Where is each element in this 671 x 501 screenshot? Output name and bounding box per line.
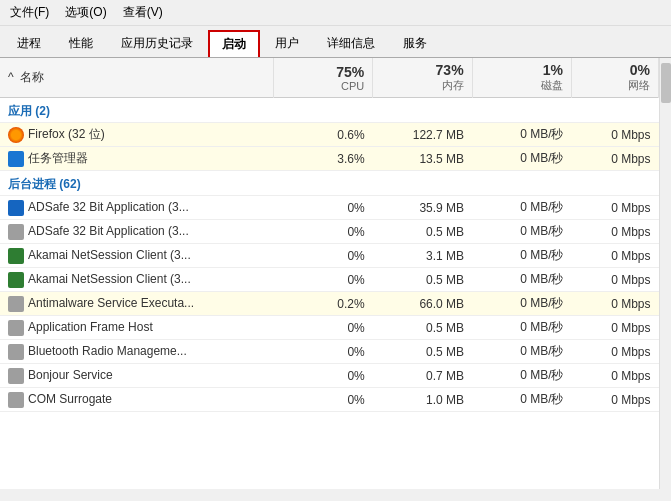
process-net: 0 Mbps [572,268,659,292]
process-name-cell: Firefox (32 位) [0,123,273,147]
tab-process[interactable]: 进程 [4,30,54,57]
table-row[interactable]: Antimalware Service Executa...0.2%66.0 M… [0,292,659,316]
green-icon [8,272,24,288]
col-header-cpu[interactable]: 75% CPU [273,58,372,98]
process-disk: 0 MB/秒 [472,340,571,364]
cpu-label: CPU [282,80,364,92]
process-name-cell: ADSafe 32 Bit Application (3... [0,196,273,220]
disk-pct: 1% [481,62,563,78]
process-cpu: 0% [273,316,372,340]
process-name: ADSafe 32 Bit Application (3... [28,200,189,214]
process-mem: 0.5 MB [373,268,472,292]
col-header-name[interactable]: ^ 名称 [0,58,273,98]
process-cpu: 3.6% [273,147,372,171]
menu-file[interactable]: 文件(F) [4,2,55,23]
process-name-cell: Akamai NetSession Client (3... [0,268,273,292]
process-disk: 0 MB/秒 [472,292,571,316]
col-header-mem[interactable]: 73% 内存 [373,58,472,98]
table-row[interactable]: Application Frame Host0%0.5 MB0 MB/秒0 Mb… [0,316,659,340]
table-row[interactable]: Akamai NetSession Client (3...0%3.1 MB0 … [0,244,659,268]
table-row[interactable]: Akamai NetSession Client (3...0%0.5 MB0 … [0,268,659,292]
process-name: Antimalware Service Executa... [28,296,194,310]
firefox-icon [8,127,24,143]
table-row[interactable]: Firefox (32 位)0.6%122.7 MB0 MB/秒0 Mbps [0,123,659,147]
process-net: 0 Mbps [572,292,659,316]
process-mem: 35.9 MB [373,196,472,220]
col-header-disk[interactable]: 1% 磁盘 [472,58,571,98]
table-body: 应用 (2)Firefox (32 位)0.6%122.7 MB0 MB/秒0 … [0,98,659,412]
process-name: Akamai NetSession Client (3... [28,272,191,286]
net-label: 网络 [580,78,650,93]
process-mem: 66.0 MB [373,292,472,316]
menu-view[interactable]: 查看(V) [117,2,169,23]
col-header-net[interactable]: 0% 网络 [572,58,659,98]
section-header: 后台进程 (62) [0,171,659,196]
process-disk: 0 MB/秒 [472,268,571,292]
process-name: 任务管理器 [28,151,88,165]
tab-performance[interactable]: 性能 [56,30,106,57]
process-name: COM Surrogate [28,392,112,406]
process-name-cell: Antimalware Service Executa... [0,292,273,316]
table-row[interactable]: 任务管理器3.6%13.5 MB0 MB/秒0 Mbps [0,147,659,171]
table-row[interactable]: COM Surrogate0%1.0 MB0 MB/秒0 Mbps [0,388,659,412]
process-disk: 0 MB/秒 [472,123,571,147]
process-net: 0 Mbps [572,388,659,412]
generic-icon [8,320,24,336]
process-name: Bonjour Service [28,368,113,382]
process-name: Application Frame Host [28,320,153,334]
process-net: 0 Mbps [572,147,659,171]
menu-options[interactable]: 选项(O) [59,2,112,23]
table-header-row: ^ 名称 75% CPU 73% 内存 1% 磁盘 [0,58,659,98]
process-table: ^ 名称 75% CPU 73% 内存 1% 磁盘 [0,58,659,412]
process-name-cell: Application Frame Host [0,316,273,340]
process-disk: 0 MB/秒 [472,388,571,412]
process-name: Firefox (32 位) [28,127,105,141]
menu-bar: 文件(F) 选项(O) 查看(V) [0,0,671,26]
process-cpu: 0% [273,244,372,268]
tab-users[interactable]: 用户 [262,30,312,57]
process-disk: 0 MB/秒 [472,244,571,268]
net-pct: 0% [580,62,650,78]
process-cpu: 0% [273,220,372,244]
disk-label: 磁盘 [481,78,563,93]
process-mem: 0.5 MB [373,340,472,364]
mem-label: 内存 [381,78,463,93]
process-name: Akamai NetSession Client (3... [28,248,191,262]
process-net: 0 Mbps [572,244,659,268]
tab-startup[interactable]: 启动 [208,30,260,57]
tab-app-history[interactable]: 应用历史记录 [108,30,206,57]
process-cpu: 0% [273,340,372,364]
mem-pct: 73% [381,62,463,78]
table-row[interactable]: ADSafe 32 Bit Application (3...0%0.5 MB0… [0,220,659,244]
process-name: ADSafe 32 Bit Application (3... [28,224,189,238]
process-net: 0 Mbps [572,123,659,147]
process-mem: 3.1 MB [373,244,472,268]
process-name: Bluetooth Radio Manageme... [28,344,187,358]
section-header: 应用 (2) [0,98,659,123]
process-disk: 0 MB/秒 [472,147,571,171]
table-row[interactable]: Bonjour Service0%0.7 MB0 MB/秒0 Mbps [0,364,659,388]
process-name-cell: COM Surrogate [0,388,273,412]
process-cpu: 0% [273,268,372,292]
process-net: 0 Mbps [572,364,659,388]
process-table-container[interactable]: ^ 名称 75% CPU 73% 内存 1% 磁盘 [0,58,659,489]
process-net: 0 Mbps [572,316,659,340]
tab-details[interactable]: 详细信息 [314,30,388,57]
process-mem: 122.7 MB [373,123,472,147]
process-cpu: 0% [273,364,372,388]
sort-icon: ^ [8,70,14,84]
process-mem: 0.5 MB [373,220,472,244]
process-disk: 0 MB/秒 [472,196,571,220]
tab-services[interactable]: 服务 [390,30,440,57]
table-row[interactable]: ADSafe 32 Bit Application (3...0%35.9 MB… [0,196,659,220]
scroll-thumb[interactable] [661,63,671,103]
generic-icon [8,344,24,360]
generic-icon [8,392,24,408]
tabs-bar: 进程 性能 应用历史记录 启动 用户 详细信息 服务 [0,26,671,58]
generic-icon [8,368,24,384]
process-disk: 0 MB/秒 [472,220,571,244]
table-row[interactable]: Bluetooth Radio Manageme...0%0.5 MB0 MB/… [0,340,659,364]
blue-icon [8,200,24,216]
process-disk: 0 MB/秒 [472,364,571,388]
scrollbar[interactable] [659,58,671,489]
